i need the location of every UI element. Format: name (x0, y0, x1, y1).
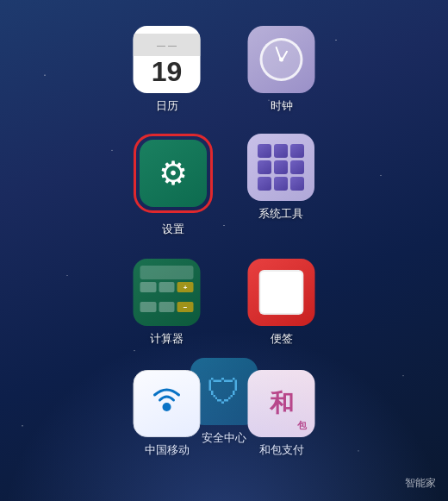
settings-label: 设置 (162, 222, 184, 237)
notes-inner (259, 270, 304, 315)
settings-highlight-border: ⚙ (134, 134, 213, 213)
calendar-label: 日历 (156, 98, 178, 114)
gear-icon: ⚙ (159, 154, 188, 192)
clock-label: 时钟 (271, 98, 293, 114)
app-calculator[interactable]: + − 计算器 (134, 259, 201, 347)
notes-label: 便签 (271, 331, 293, 347)
app-chinamobile[interactable]: 中国移动 (134, 370, 201, 458)
watermark: 智能家 (405, 476, 436, 491)
hebao-sub-text: 包 (297, 419, 307, 432)
systemtools-label: 系统工具 (258, 206, 303, 222)
hebao-label: 和包支付 (259, 442, 304, 458)
phone-screen: — — 19 日历 时钟 ⚙ (0, 0, 448, 501)
chinamobile-logo-icon (145, 381, 190, 426)
chinamobile-label: 中国移动 (145, 442, 190, 458)
app-systemtools[interactable]: 系统工具 (247, 134, 314, 222)
calculator-display: + − (134, 259, 201, 326)
calculator-label: 计算器 (150, 331, 184, 347)
system-grid (251, 137, 311, 197)
calendar-date: 19 (152, 58, 183, 85)
clock-face (260, 38, 303, 81)
app-hebao[interactable]: 和 包 和包支付 (248, 370, 315, 458)
app-calendar[interactable]: — — 19 日历 (134, 26, 201, 114)
hebao-main-text: 和 (270, 391, 294, 416)
app-settings[interactable]: ⚙ 设置 (134, 134, 213, 237)
app-notes[interactable]: 便签 (248, 259, 315, 347)
svg-point-0 (163, 403, 171, 411)
app-clock[interactable]: 时钟 (248, 26, 315, 114)
